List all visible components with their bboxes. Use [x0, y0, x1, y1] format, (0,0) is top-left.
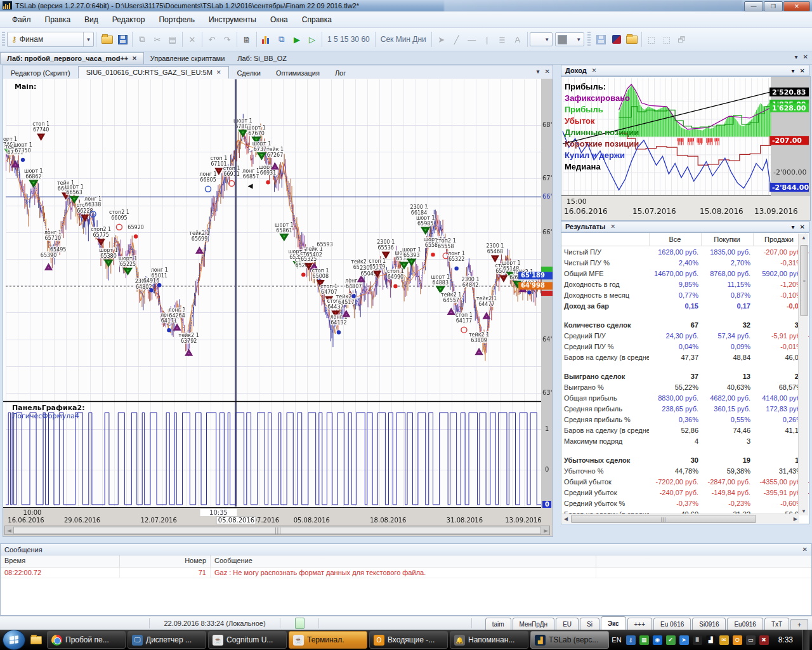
table-row[interactable]: Доходность в месяц0,77%0,87%-0,10%	[561, 289, 809, 300]
chart-pin-icon[interactable]: ▾	[537, 68, 540, 75]
account-dropdown-icon[interactable]: ▼	[83, 32, 93, 46]
menu-item-0[interactable]: Файл	[5, 13, 38, 27]
doc-tab-1[interactable]: Управление скриптами	[144, 53, 231, 64]
table-row[interactable]: Баров на сделку (в среднем)47,3748,8446,…	[561, 352, 809, 362]
menu-item-2[interactable]: Вид	[77, 13, 105, 27]
workspace-tab-Eu0916[interactable]: Eu0916	[727, 618, 763, 630]
messages-col-1[interactable]: Номер	[120, 555, 211, 567]
close-button[interactable]: ✕	[783, 1, 810, 11]
undo-icon[interactable]: ↶	[205, 32, 219, 47]
results-col-header[interactable]: Покупки	[701, 233, 753, 246]
income-close-icon[interactable]: ✕	[800, 67, 805, 74]
open-workspace-icon[interactable]	[625, 32, 639, 47]
show-desktop-button[interactable]	[802, 630, 809, 650]
save-layout-icon[interactable]	[594, 32, 608, 47]
results-col-header[interactable]: Продажи	[753, 233, 805, 246]
tray-icon-2[interactable]: ◉	[653, 635, 662, 645]
messages-col-2[interactable]: Сообщение	[211, 555, 596, 567]
table-row[interactable]: Количество сделок673235	[561, 319, 809, 330]
sub-tab-2[interactable]: Сделки	[229, 67, 268, 79]
fibo-tool-icon[interactable]: ≣	[495, 32, 509, 47]
workspace-tab-Eu 0616[interactable]: Eu 0616	[653, 618, 691, 630]
taskbar-button-0[interactable]: Пробой пе...	[47, 631, 126, 649]
income-panel-header[interactable]: Доход ✕ ▾ ✕	[561, 65, 809, 76]
taskbar-button-1[interactable]: 🖵Диспетчер ...	[128, 631, 206, 649]
start-button[interactable]	[3, 630, 25, 650]
timeframe-unit-buttons[interactable]: Сек Мин Дни	[378, 32, 429, 47]
results-hscroll-thumb[interactable]: |||	[571, 515, 756, 523]
tray-icon-7[interactable]: ✉	[719, 635, 729, 645]
table-row[interactable]: Средний П/У %0,04%0,09%-0,01%	[561, 341, 809, 352]
tslab-app-icon[interactable]	[610, 32, 624, 47]
select-region-icon[interactable]: ⬚	[660, 32, 674, 47]
open-icon[interactable]	[100, 32, 114, 47]
tray-icon-5[interactable]: Ⅲ	[693, 635, 702, 645]
table-row[interactable]: Чистый П/У1628,00 руб.1835,00 руб.-207,0…	[561, 246, 809, 258]
tray-icon-1[interactable]: ▦	[639, 635, 649, 645]
workspace-tab-Экс[interactable]: Экс	[601, 616, 626, 630]
table-row[interactable]: Баров на сделку (в среднем)52,8674,4641,…	[561, 425, 809, 435]
run-once-icon[interactable]: ▷	[305, 32, 319, 47]
menu-item-5[interactable]: Инструменты	[202, 13, 263, 27]
table-row[interactable]: Убыточно %44,78%59,38%31,43%1	[561, 465, 809, 476]
table-row[interactable]: Общий MFE14670,00 руб.8768,00 руб.5902,0…	[561, 268, 809, 279]
tray-icon-6[interactable]: ▟	[706, 635, 716, 645]
toolbar-grip-2[interactable]	[587, 32, 591, 47]
doc-tab-0[interactable]: Лаб: пробой_первого_часа_mod++✕	[0, 52, 144, 64]
menu-item-4[interactable]: Портфель	[152, 13, 202, 27]
tray-icon-0[interactable]: ⚷	[626, 635, 636, 645]
line-style-combo[interactable]: ▼	[530, 32, 553, 46]
menu-item-6[interactable]: Окна	[263, 13, 295, 27]
doc-tab-2[interactable]: Лаб: Si_BB_OZ	[231, 53, 293, 64]
results-horizontal-scrollbar[interactable]: ◀ ||| ▶	[562, 514, 799, 523]
results-vscroll-thumb[interactable]: ≡	[800, 245, 808, 316]
workspace-tab-+[interactable]: +	[790, 619, 808, 630]
workspace-tab-Si[interactable]: Si	[580, 618, 599, 630]
taskbar-clock[interactable]: 8:33	[778, 635, 793, 644]
properties-icon[interactable]: 🗎	[240, 32, 254, 47]
account-combo[interactable]: ⚷Финам ▼	[7, 32, 94, 47]
hline-tool-icon[interactable]: —	[465, 32, 479, 47]
results-vertical-scrollbar[interactable]: ▲ ≡ ▼	[798, 234, 808, 515]
sub-tab-4[interactable]: Лог	[327, 67, 353, 79]
taskbar-button-5[interactable]: 🔔Напоминан...	[450, 631, 528, 649]
text-tool-icon[interactable]: A	[511, 32, 525, 47]
copy-icon[interactable]: ⧉	[135, 32, 149, 47]
workspace-tab-EU[interactable]: EU	[556, 618, 579, 630]
menu-item-1[interactable]: Правка	[38, 13, 78, 27]
title-bar[interactable]: TSLab (версия 1.2.27.0:64bit) - D:\Users…	[0, 0, 812, 11]
language-indicator[interactable]: EN	[612, 636, 621, 644]
table-row[interactable]: Выиграно %55,22%40,63%68,57%	[561, 381, 809, 392]
results-close-icon[interactable]: ✕	[800, 223, 805, 230]
confirm-selection-icon[interactable]: 🗗	[675, 32, 689, 47]
results-col-header[interactable]: Все	[649, 233, 701, 246]
table-row[interactable]: Доходность в год9,85%11,15%-1,20%-	[561, 279, 809, 289]
sub-tab-3[interactable]: Оптимизация	[268, 67, 327, 79]
explorer-quicklaunch-icon[interactable]	[29, 632, 43, 647]
table-row[interactable]: Общая прибыль8830,00 руб.4682,00 руб.414…	[561, 392, 809, 403]
results-tab-close-icon[interactable]: ✕	[610, 223, 615, 230]
main-chart-canvas[interactable]	[3, 79, 553, 536]
tray-icon-4[interactable]: ➤	[679, 635, 689, 645]
maximize-button[interactable]: ❐	[764, 1, 783, 11]
taskbar-button-6[interactable]: ▟TSLab (верс...	[530, 631, 609, 649]
messages-close-icon[interactable]: ✕	[802, 546, 808, 553]
interval-buttons[interactable]: 1 5 15 30 60	[325, 32, 372, 47]
run-icon[interactable]: ▶	[290, 32, 304, 47]
messages-column-headers[interactable]: ВремяНомерСообщение	[1, 555, 811, 567]
workspace-tab-Si0916[interactable]: Si0916	[692, 618, 726, 630]
workspace-tab-МенПрДн[interactable]: МенПрДн	[513, 618, 555, 630]
paste-icon[interactable]: ▤	[166, 32, 180, 47]
table-row[interactable]: Выиграно сделок371324	[561, 371, 809, 381]
workspace-tab-+++[interactable]: +++	[627, 618, 653, 630]
tab-close-icon[interactable]: ✕	[803, 53, 808, 60]
tray-icon-9[interactable]: ▭	[746, 635, 756, 645]
save-icon[interactable]	[115, 32, 129, 47]
tab-list-icon[interactable]: ▾	[795, 53, 798, 60]
income-pin-icon[interactable]: ▾	[792, 67, 795, 74]
tray-icon-8[interactable]: O	[733, 635, 742, 645]
taskbar-button-4[interactable]: OВходящие -...	[369, 631, 448, 649]
tray-icon-10[interactable]: ✖	[759, 635, 769, 645]
table-row[interactable]: Средний убыток %-0,37%-0,23%-0,60%	[561, 498, 809, 508]
minimize-button[interactable]: —	[744, 1, 763, 11]
